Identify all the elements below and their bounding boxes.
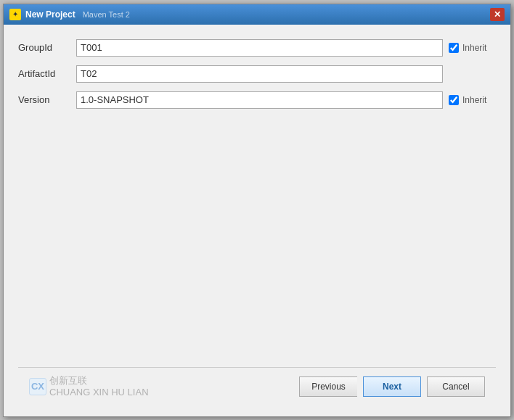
- groupid-input[interactable]: [76, 39, 443, 57]
- window-title: New Project: [25, 9, 76, 20]
- next-button[interactable]: Next: [363, 376, 421, 397]
- groupid-inherit-checkbox[interactable]: [449, 43, 459, 53]
- groupid-label: GroupId: [18, 42, 76, 53]
- app-icon: ✦: [9, 9, 21, 20]
- version-input[interactable]: [76, 91, 443, 109]
- title-bar: ✦ New Project Maven Test 2 ✕: [4, 4, 510, 25]
- close-button[interactable]: ✕: [490, 8, 505, 21]
- groupid-inherit-container: Inherit: [449, 43, 496, 53]
- groupid-row: GroupId Inherit: [18, 39, 496, 57]
- version-row: Version Inherit: [18, 91, 496, 109]
- watermark-text: 创新互联 CHUANG XIN HU LIAN: [49, 375, 149, 398]
- version-inherit-container: Inherit: [449, 95, 496, 105]
- window-subtitle: Maven Test 2: [83, 10, 130, 19]
- new-project-window: ✦ New Project Maven Test 2 ✕ GroupId Inh…: [3, 4, 511, 417]
- bottom-bar: CX 创新互联 CHUANG XIN HU LIAN Previous Next…: [18, 367, 496, 408]
- groupid-inherit-label: Inherit: [462, 43, 486, 53]
- dialog-content: GroupId Inherit ArtifactId Version: [4, 25, 510, 416]
- cancel-button[interactable]: Cancel: [427, 376, 485, 397]
- version-label: Version: [18, 94, 76, 105]
- artifactid-input[interactable]: [76, 65, 443, 83]
- version-inherit-label: Inherit: [462, 95, 486, 105]
- previous-button[interactable]: Previous: [299, 376, 357, 397]
- watermark: CX 创新互联 CHUANG XIN HU LIAN: [29, 375, 149, 398]
- title-bar-left: ✦ New Project Maven Test 2: [9, 9, 130, 20]
- artifactid-label: ArtifactId: [18, 68, 76, 79]
- bottom-content: CX 创新互联 CHUANG XIN HU LIAN Previous Next…: [29, 375, 485, 398]
- buttons-group: Previous Next Cancel: [299, 376, 485, 397]
- watermark-icon: CX: [29, 378, 46, 395]
- form-area: GroupId Inherit ArtifactId Version: [18, 39, 496, 368]
- version-inherit-checkbox[interactable]: [449, 95, 459, 105]
- artifactid-row: ArtifactId: [18, 65, 496, 83]
